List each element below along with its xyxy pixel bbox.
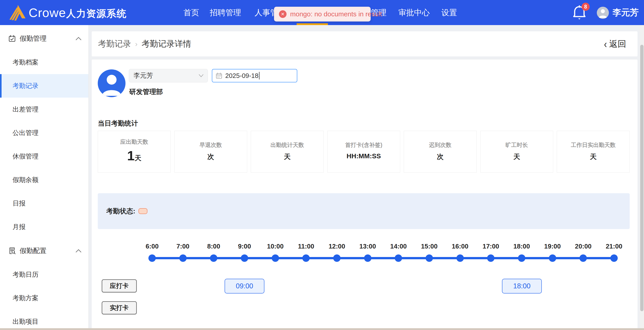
sidebar-item-daily-report[interactable]: 日报 [0, 192, 88, 215]
notification-count-badge: 8 [582, 3, 590, 11]
stat-title: 工作日实出勤天数 [571, 141, 616, 149]
department-label: 研发管理部 [129, 87, 163, 97]
nav-item-settings[interactable]: 设置 [441, 0, 457, 25]
stat-title: 应出勤天数 [120, 138, 148, 146]
back-button[interactable]: ‹ 返回 [604, 31, 626, 57]
brand-wordmark: Crowe [29, 5, 66, 20]
sidebar-item-attendance-project[interactable]: 出勤项目 [0, 310, 88, 330]
nav-item-recruiting[interactable]: 招聘管理 [210, 0, 241, 25]
attendance-status-banner: 考勤状态: [98, 193, 630, 229]
status-empty-tag [138, 208, 148, 214]
stat-value: 天 [513, 152, 520, 161]
sidebar-group-label: 假勤管理 [20, 34, 46, 43]
sidebar-item-attendance-records[interactable]: 考勤记录 [0, 74, 88, 98]
sidebar-item-leave-mgmt[interactable]: 休假管理 [0, 145, 88, 168]
active-tab-underline [296, 23, 328, 25]
stat-title: 首打卡(含补签) [345, 141, 382, 149]
attendance-status-label: 考勤状态: [106, 207, 135, 216]
employee-select[interactable]: 李元芳 [129, 69, 208, 82]
date-value: 2025-09-18 [225, 72, 258, 80]
stat-value: 次 [207, 152, 214, 161]
stat-title: 早退次数 [200, 141, 222, 149]
nav-item-approval-center[interactable]: 审批中心 [398, 0, 430, 25]
stat-card-first-punch: 首打卡(含补签) HH:MM:SS [327, 131, 400, 173]
expected-punch-time-0900[interactable]: 09:00 [224, 279, 264, 293]
sidebar-group-attendance-mgmt[interactable]: 假勤管理 [0, 27, 88, 51]
calendar-icon [216, 73, 222, 79]
date-picker-input[interactable]: 2025-09-18 [212, 69, 297, 82]
stat-value: 1天 [127, 149, 141, 163]
stat-card-absent-hours: 旷工时长 天 [480, 131, 553, 173]
chevron-left-icon: ‹ [604, 38, 607, 50]
sidebar-item-business-trip[interactable]: 出差管理 [0, 98, 88, 121]
chevron-up-icon [76, 37, 82, 40]
expected-punch-time-1800[interactable]: 18:00 [502, 279, 542, 293]
back-label: 返回 [609, 38, 626, 50]
employee-avatar [98, 69, 126, 97]
crowe-logo-icon [8, 5, 26, 21]
error-toast: ✕ mongo: no documents in result [274, 7, 371, 22]
stat-title: 旷工时长 [506, 141, 528, 149]
sidebar-item-attendance-archive[interactable]: 考勤档案 [0, 51, 88, 74]
user-avatar[interactable] [597, 7, 609, 19]
stat-card-late-count: 迟到次数 次 [404, 131, 477, 173]
stat-card-workday-actual: 工作日实出勤天数 天 [557, 131, 630, 173]
person-icon [597, 7, 609, 19]
breadcrumb-current: 考勤记录详情 [142, 38, 191, 50]
sidebar-item-outing-mgmt[interactable]: 公出管理 [0, 121, 88, 145]
sidebar-item-monthly-report[interactable]: 月报 [0, 215, 88, 239]
chevron-down-icon [199, 74, 204, 77]
product-title: 人力资源系统 [66, 7, 126, 20]
chevron-up-icon [76, 249, 82, 252]
stat-card-expected-days: 应出勤天数 1天 [98, 131, 171, 173]
toast-message: mongo: no documents in result [290, 10, 382, 18]
vertical-scrollbar-track[interactable] [640, 25, 644, 330]
sidebar-group-label: 假勤配置 [20, 246, 46, 255]
stat-value: 次 [437, 152, 444, 161]
sidebar-item-attendance-plan[interactable]: 考勤方案 [0, 286, 88, 310]
sidebar-item-attendance-calendar[interactable]: 考勤日历 [0, 263, 88, 286]
actual-punch-label: 实打卡 [102, 301, 137, 314]
text-caret [259, 72, 260, 80]
horizontal-scrollbar[interactable] [0, 328, 644, 330]
expected-punch-label: 应打卡 [102, 279, 137, 292]
breadcrumb-separator: › [135, 40, 138, 48]
breadcrumb: 考勤记录 › 考勤记录详情 [98, 31, 191, 57]
stat-title: 出勤统计天数 [270, 141, 304, 149]
vertical-scrollbar-thumb[interactable] [640, 45, 644, 311]
stats-row: 应出勤天数 1天 早退次数 次 出勤统计天数 天 首打卡(含补签) HH:MM:… [98, 131, 630, 173]
sidebar-item-leave-balance[interactable]: 假期余额 [0, 168, 88, 192]
stat-value: 天 [590, 152, 596, 161]
sidebar-menu: 假勤管理 考勤档案 考勤记录 出差管理 公出管理 休假管理 假期余额 日报 月报… [0, 25, 88, 330]
breadcrumb-parent[interactable]: 考勤记录 [98, 38, 131, 50]
stat-card-attendance-days: 出勤统计天数 天 [251, 131, 324, 173]
document-search-icon [8, 247, 16, 254]
stat-title: 迟到次数 [429, 141, 452, 149]
error-circle-icon: ✕ [279, 10, 286, 18]
username-label[interactable]: 李元芳 [612, 0, 639, 25]
stat-card-early-leave: 早退次数 次 [174, 131, 247, 173]
nav-item-home[interactable]: 首页 [184, 0, 199, 25]
daily-stats-heading: 当日考勤统计 [98, 119, 138, 128]
calendar-check-icon [8, 35, 16, 42]
sidebar-group-attendance-config[interactable]: 假勤配置 [0, 239, 88, 263]
stat-value: 天 [284, 152, 290, 161]
employee-select-value: 李元芳 [134, 71, 153, 80]
person-icon [98, 69, 126, 97]
stat-value: HH:MM:SS [346, 152, 381, 160]
